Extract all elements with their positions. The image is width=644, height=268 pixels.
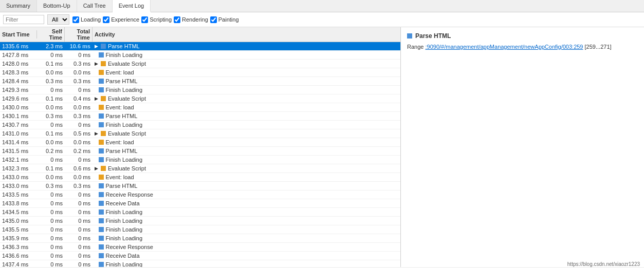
cell-self: 0 ms <box>37 226 65 233</box>
detail-range-value: [259...271] <box>585 44 612 50</box>
expand-arrow[interactable]: ▶ <box>95 61 98 66</box>
expand-arrow[interactable] <box>95 140 96 145</box>
table-row[interactable]: 1429.3 ms 0 ms 0 ms Finish Loading <box>0 86 400 94</box>
activity-icon <box>99 253 104 258</box>
activity-icon <box>99 236 104 241</box>
table-row[interactable]: 1434.5 ms 0 ms 0 ms Finish Loading <box>0 208 400 217</box>
table-row[interactable]: 1432.3 ms 0.1 ms 0.6 ms ▶ Evaluate Scrip… <box>0 164 400 173</box>
table-row[interactable]: 1433.0 ms 0.3 ms 0.3 ms Parse HTML <box>0 182 400 190</box>
cell-total: 0 ms <box>65 208 93 216</box>
cb-experience[interactable] <box>103 16 109 23</box>
expand-arrow[interactable] <box>95 201 96 206</box>
cell-total: 0.0 ms <box>65 104 93 111</box>
activity-icon <box>101 131 106 136</box>
cb-painting-label[interactable]: Painting <box>210 16 239 23</box>
table-row[interactable]: 1428.0 ms 0.1 ms 0.3 ms ▶ Evaluate Scrip… <box>0 60 400 68</box>
expand-arrow[interactable]: ▶ <box>95 44 98 49</box>
column-headers: Start Time Self Time Total Time Activity <box>0 27 400 42</box>
cell-start: 1431.5 ms <box>0 147 37 155</box>
cb-experience-label[interactable]: Experience <box>103 16 139 23</box>
table-row[interactable]: 1430.7 ms 0 ms 0 ms Finish Loading <box>0 121 400 129</box>
table-row[interactable]: 1428.4 ms 0.3 ms 0.3 ms Parse HTML <box>0 77 400 86</box>
cell-self: 0 ms <box>37 208 65 216</box>
expand-arrow[interactable] <box>95 105 96 110</box>
expand-arrow[interactable] <box>95 87 96 92</box>
expand-arrow[interactable] <box>95 122 96 127</box>
table-row[interactable]: 1433.8 ms 0 ms 0 ms Receive Data <box>0 199 400 208</box>
activity-label: Event: load <box>106 139 134 145</box>
table-row[interactable]: 1433.0 ms 0.0 ms 0.0 ms Event: load <box>0 173 400 182</box>
table-row[interactable]: 1430.0 ms 0.0 ms 0.0 ms Event: load <box>0 103 400 112</box>
table-row[interactable]: 1435.0 ms 0 ms 0 ms Finish Loading <box>0 217 400 225</box>
cell-start: 1433.8 ms <box>0 200 37 207</box>
cb-loading[interactable] <box>72 16 79 23</box>
activity-icon <box>99 183 104 188</box>
cb-rendering-label[interactable]: Rendering <box>174 16 208 23</box>
cell-self: 0 ms <box>37 156 65 163</box>
expand-arrow[interactable] <box>95 227 96 232</box>
expand-arrow[interactable] <box>95 192 96 197</box>
expand-arrow[interactable] <box>95 52 96 58</box>
table-row[interactable]: 1436.3 ms 0 ms 0 ms Receive Response <box>0 243 400 252</box>
table-row[interactable]: 1437.4 ms 0 ms 0 ms Finish Loading <box>0 260 400 267</box>
all-select[interactable]: All <box>47 14 69 25</box>
table-row[interactable]: 1431.5 ms 0.2 ms 0.2 ms Parse HTML <box>0 147 400 156</box>
cell-total: 0 ms <box>65 191 93 198</box>
cell-start: 1433.0 ms <box>0 174 37 181</box>
table-body[interactable]: 1335.6 ms 2.3 ms 10.6 ms ▶ Parse HTML 14… <box>0 42 400 267</box>
detail-color-icon <box>407 33 412 39</box>
table-row[interactable]: 1427.8 ms 0 ms 0 ms Finish Loading <box>0 51 400 60</box>
activity-label: Parse HTML <box>106 78 138 84</box>
detail-range-link[interactable]: :9090/#/management/appManagement/newAppC… <box>425 44 583 50</box>
activity-icon <box>99 192 104 197</box>
cell-self: 0.1 ms <box>37 60 65 67</box>
filter-input[interactable] <box>3 15 44 24</box>
expand-arrow[interactable] <box>95 175 96 180</box>
expand-arrow[interactable] <box>95 79 96 84</box>
expand-arrow[interactable] <box>95 157 96 162</box>
cell-activity: Event: load <box>93 104 400 111</box>
tab-summary[interactable]: Summary <box>0 0 37 12</box>
cb-painting[interactable] <box>210 16 217 23</box>
expand-arrow[interactable]: ▶ <box>95 131 98 136</box>
tab-call-tree[interactable]: Call Tree <box>77 0 113 12</box>
cb-loading-label[interactable]: Loading <box>72 16 101 23</box>
expand-arrow[interactable] <box>95 218 96 223</box>
expand-arrow[interactable] <box>95 183 96 188</box>
table-row[interactable]: 1430.1 ms 0.3 ms 0.3 ms Parse HTML <box>0 112 400 121</box>
table-row[interactable]: 1436.6 ms 0 ms 0 ms Receive Data <box>0 252 400 260</box>
tab-event-log[interactable]: Event Log <box>113 0 151 12</box>
activity-label: Finish Loading <box>106 235 143 241</box>
table-row[interactable]: 1428.3 ms 0.0 ms 0.0 ms Event: load <box>0 68 400 77</box>
expand-arrow[interactable] <box>95 236 96 241</box>
cell-start: 1335.6 ms <box>0 43 37 50</box>
expand-arrow[interactable] <box>95 244 96 250</box>
expand-arrow[interactable]: ▶ <box>95 96 98 101</box>
expand-arrow[interactable] <box>95 262 96 267</box>
table-row[interactable]: 1435.5 ms 0 ms 0 ms Finish Loading <box>0 225 400 234</box>
table-row[interactable]: 1435.9 ms 0 ms 0 ms Finish Loading <box>0 234 400 243</box>
table-row[interactable]: 1431.4 ms 0.0 ms 0.0 ms Event: load <box>0 138 400 147</box>
expand-arrow[interactable] <box>95 148 96 154</box>
cell-total: 0.6 ms <box>65 165 93 172</box>
cell-self: 0 ms <box>37 86 65 93</box>
activity-label: Finish Loading <box>106 52 143 58</box>
activity-label: Finish Loading <box>106 87 143 93</box>
expand-arrow[interactable] <box>95 113 96 119</box>
table-row[interactable]: 1335.6 ms 2.3 ms 10.6 ms ▶ Parse HTML <box>0 42 400 51</box>
table-row[interactable]: 1432.1 ms 0 ms 0 ms Finish Loading <box>0 156 400 164</box>
table-row[interactable]: 1433.5 ms 0 ms 0 ms Receive Response <box>0 190 400 199</box>
expand-arrow[interactable] <box>95 209 96 215</box>
detail-range-label: Range <box>407 44 424 50</box>
cb-scripting[interactable] <box>141 16 148 23</box>
tab-bottom-up[interactable]: Bottom-Up <box>37 0 77 12</box>
cb-rendering[interactable] <box>174 16 180 23</box>
table-area: Start Time Self Time Total Time Activity… <box>0 27 401 267</box>
activity-icon <box>99 113 104 119</box>
cb-scripting-label[interactable]: Scripting <box>141 16 172 23</box>
table-row[interactable]: 1431.0 ms 0.1 ms 0.5 ms ▶ Evaluate Scrip… <box>0 129 400 138</box>
expand-arrow[interactable] <box>95 253 96 258</box>
table-row[interactable]: 1429.6 ms 0.1 ms 0.4 ms ▶ Evaluate Scrip… <box>0 94 400 103</box>
expand-arrow[interactable] <box>95 70 96 75</box>
expand-arrow[interactable]: ▶ <box>95 166 98 171</box>
